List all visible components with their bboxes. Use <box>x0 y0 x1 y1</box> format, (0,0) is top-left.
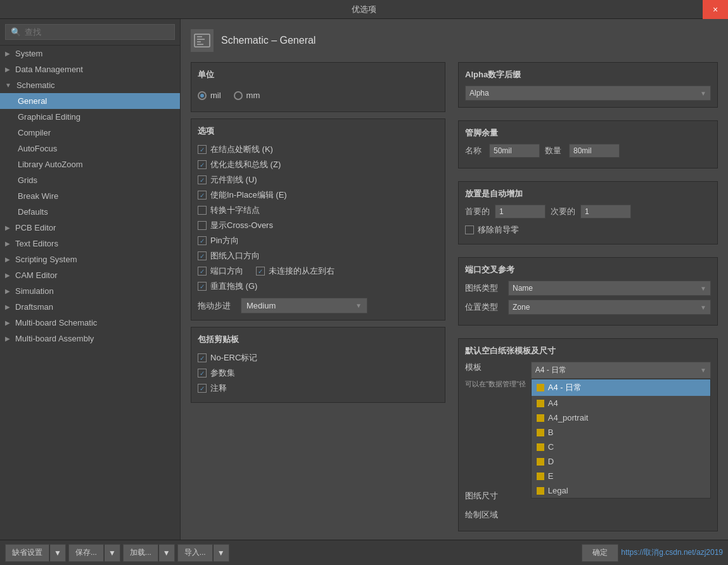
checkbox-optimize-wire[interactable]: ✓ 优化走线和总线 (Z) <box>198 157 438 172</box>
checkbox-sheet-entry[interactable]: ✓ 图纸入口方向 <box>198 248 438 263</box>
pin-secondary-input[interactable] <box>580 205 631 219</box>
save-group: 保存... ▼ <box>68 544 120 562</box>
load-button[interactable]: 加载... <box>123 544 158 562</box>
dropdown-item-a4-daily[interactable]: A4 - 日常 <box>532 379 710 396</box>
sidebar-item-simulation[interactable]: ▶ Simulation <box>0 283 180 299</box>
dropdown-item-icon <box>537 400 544 407</box>
sidebar-item-schematic[interactable]: ▼ Schematic <box>0 77 180 93</box>
template-select[interactable]: A4 - 日常 ▼ <box>531 362 711 379</box>
dropdown-item-c[interactable]: C <box>532 440 710 454</box>
arrow-icon: ▶ <box>5 288 10 295</box>
import-button[interactable]: 导入... <box>177 544 213 562</box>
dropdown-item-e[interactable]: E <box>532 469 710 483</box>
sidebar-item-text-editors[interactable]: ▶ Text Editors <box>0 236 180 251</box>
dropdown-item-icon <box>537 429 544 436</box>
pin-auto-increment-title: 放置是自动增加 <box>465 188 711 200</box>
alpha-suffix-select[interactable]: Alpha ▼ <box>465 86 711 101</box>
drag-step-select[interactable]: Medium ▼ <box>241 298 367 314</box>
sidebar: 🔍 ▶ System ▶ Data Management ▼ Schematic… <box>0 19 181 540</box>
sidebar-item-general[interactable]: General <box>0 93 180 109</box>
checkbox-enable-inplace[interactable]: ✓ 使能In-Place编辑 (E) <box>198 187 438 203</box>
sidebar-item-compiler[interactable]: Compiler <box>0 125 180 141</box>
dropdown-item-d[interactable]: D <box>532 454 710 469</box>
checkbox-pin-direction[interactable]: ✓ Pin方向 <box>198 233 438 248</box>
pin-margin-name-input[interactable] <box>489 144 540 158</box>
mil-radio[interactable]: mil <box>198 91 221 100</box>
arrow-icon: ▶ <box>5 256 10 263</box>
main-panels: 单位 mil mm 选项 <box>191 62 718 538</box>
checkbox-param-set[interactable]: ✓ 参数集 <box>198 365 438 381</box>
sidebar-item-system[interactable]: ▶ System <box>0 46 180 61</box>
checkbox-vertical-drag[interactable]: ✓ 垂直拖拽 (G) <box>198 279 438 294</box>
load-arrow[interactable]: ▼ <box>158 544 175 562</box>
sidebar-item-autofocus[interactable]: AutoFocus <box>0 141 180 156</box>
title-bar: 优选项 × <box>0 0 728 19</box>
save-button[interactable]: 保存... <box>68 544 104 562</box>
dropdown-item-icon <box>537 384 544 391</box>
mm-radio[interactable]: mm <box>234 91 260 100</box>
sidebar-item-library-autozoom[interactable]: Library AutoZoom <box>0 156 180 172</box>
close-button[interactable]: × <box>703 0 728 19</box>
confirm-button[interactable]: 确定 <box>582 544 618 562</box>
dropdown-item-a4[interactable]: A4 <box>532 396 710 410</box>
dropdown-item-a4-portrait[interactable]: A4_portrait <box>532 410 710 425</box>
sidebar-item-break-wire[interactable]: Break Wire <box>0 188 180 204</box>
sidebar-item-grids[interactable]: Grids <box>0 172 180 188</box>
port-cross-ref-title: 端口交叉参考 <box>465 264 711 276</box>
sidebar-item-draftsman[interactable]: ▶ Draftsman <box>0 299 180 315</box>
mm-radio-dot <box>234 91 243 100</box>
right-panel: Alpha数字后缀 Alpha ▼ 管脚余量 名称 数量 <box>452 62 718 538</box>
checkbox-show-crossovers[interactable]: ✓ 显示Cross-Overs <box>198 218 438 233</box>
page-header-icon <box>191 29 214 52</box>
sidebar-item-pcb-editor[interactable]: ▶ PCB Editor <box>0 220 180 236</box>
pin-primary-input[interactable] <box>495 205 546 219</box>
search-field[interactable] <box>25 27 169 37</box>
bottom-bar: 缺省设置 ▼ 保存... ▼ 加载... ▼ 导入... ▼ 确定 https:… <box>0 540 728 565</box>
checkbox-no-erc[interactable]: ✓ No-ERC标记 <box>198 350 438 365</box>
save-arrow[interactable]: ▼ <box>104 544 120 562</box>
port-cross-ref-sheet-row: 图纸类型 Name ▼ <box>465 281 711 296</box>
checkbox-unconnected-ltr[interactable]: ✓ 未连接的从左到右 <box>256 263 335 279</box>
default-settings-button[interactable]: 缺省设置 <box>5 544 49 562</box>
sidebar-item-graphical-editing[interactable]: Graphical Editing <box>0 109 180 125</box>
arrow-icon: ▶ <box>5 224 10 231</box>
default-settings-arrow[interactable]: ▼ <box>49 544 66 562</box>
cancel-link[interactable]: https://取消g.csdn.net/azj2019 <box>621 547 723 558</box>
pin-margin-section: 管脚余量 名称 数量 <box>458 120 718 168</box>
dropdown-item-legal[interactable]: Legal <box>532 483 710 498</box>
dropdown-item-icon <box>537 443 544 451</box>
location-type-select[interactable]: Zone ▼ <box>508 300 711 315</box>
sidebar-item-defaults[interactable]: Defaults <box>0 204 180 220</box>
sidebar-item-cam-editor[interactable]: ▶ CAM Editor <box>0 267 180 283</box>
pin-margin-title: 管脚余量 <box>465 127 711 139</box>
checkbox-icon: ✓ <box>198 236 207 245</box>
checkbox-icon: ✓ <box>256 267 265 276</box>
default-settings-group: 缺省设置 ▼ <box>5 544 66 562</box>
checkbox-port-direction[interactable]: ✓ 端口方向 <box>198 263 243 279</box>
checkbox-component-cut[interactable]: ✓ 元件割线 (U) <box>198 172 438 187</box>
dropdown-item-icon <box>537 487 544 495</box>
pin-margin-count-input[interactable] <box>569 144 620 158</box>
dropdown-item-b[interactable]: B <box>532 425 710 440</box>
drag-step-row: 拖动步进 Medium ▼ <box>198 298 438 314</box>
template-dropdown-list: A4 - 日常 A4 A4_portrait <box>531 379 711 498</box>
arrow-icon: ▶ <box>5 319 10 326</box>
sidebar-item-scripting-system[interactable]: ▶ Scripting System <box>0 251 180 267</box>
import-arrow[interactable]: ▼ <box>213 544 229 562</box>
checkbox-remove-leading-zero[interactable]: ✓ 移除前导零 <box>465 222 711 238</box>
checkbox-break-at-junction[interactable]: ✓ 在结点处断线 (K) <box>198 142 438 157</box>
pin-auto-increment-section: 放置是自动增加 首要的 次要的 ✓ 移除前导零 <box>458 181 718 244</box>
arrow-icon: ▶ <box>5 50 10 57</box>
sidebar-item-multi-board-schematic[interactable]: ▶ Multi-board Schematic <box>0 315 180 331</box>
checkbox-convert-cross[interactable]: ✓ 转换十字结点 <box>198 203 438 218</box>
sheet-type-select[interactable]: Name ▼ <box>508 281 711 296</box>
alpha-suffix-arrow-icon: ▼ <box>700 90 706 97</box>
sidebar-item-data-management[interactable]: ▶ Data Management <box>0 61 180 77</box>
sidebar-item-multi-board-assembly[interactable]: ▶ Multi-board Assembly <box>0 331 180 346</box>
search-input-wrapper[interactable]: 🔍 <box>5 24 175 40</box>
checkbox-notes[interactable]: ✓ 注释 <box>198 381 438 396</box>
default-template-section: 默认空白纸张模板及尺寸 模板 可以在"数据管理"径 A4 - 日常 ▼ <box>458 338 718 531</box>
arrow-icon: ▶ <box>5 66 10 73</box>
title-bar-text: 优选项 <box>352 4 376 15</box>
draw-area-row: 绘制区域 <box>465 509 711 521</box>
